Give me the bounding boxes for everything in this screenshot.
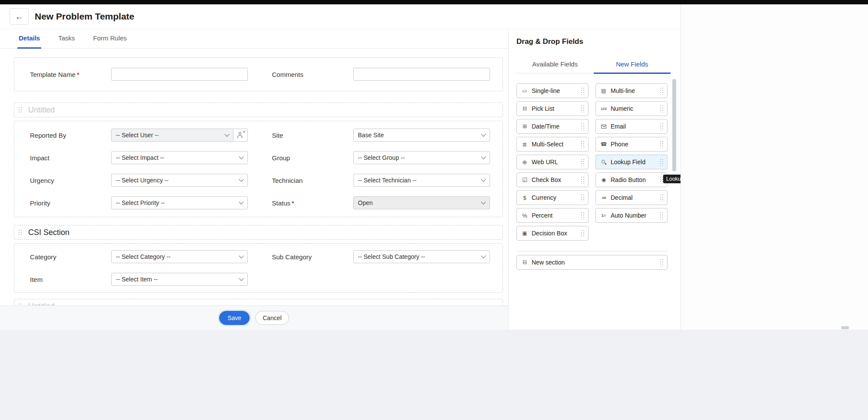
cancel-button[interactable]: Cancel bbox=[255, 311, 289, 325]
field-type-email[interactable]: Email bbox=[595, 119, 667, 134]
single-line-icon bbox=[521, 88, 529, 94]
field-type-check-box[interactable]: Check Box bbox=[516, 172, 589, 187]
group-select[interactable]: -- Select Group -- bbox=[353, 151, 490, 164]
impact-select[interactable]: -- Select Impact -- bbox=[111, 151, 248, 164]
drag-handle-icon[interactable] bbox=[18, 107, 23, 113]
site-field: Site Base Site bbox=[272, 129, 493, 142]
drag-handle-icon[interactable] bbox=[581, 176, 585, 184]
priority-field: Priority -- Select Priority -- bbox=[30, 196, 250, 209]
screen: New Problem Template Details Tasks Form … bbox=[0, 0, 868, 420]
site-select[interactable]: Base Site bbox=[353, 129, 490, 142]
section-header-untitled-2[interactable]: Untitled bbox=[14, 299, 503, 306]
item-field: Item -- Select Item -- bbox=[30, 273, 250, 286]
category-select[interactable]: -- Select Category -- bbox=[111, 250, 248, 263]
field-type-auto-number[interactable]: Auto Number bbox=[595, 208, 667, 223]
drag-handle-icon[interactable] bbox=[660, 259, 664, 266]
field-type-percent[interactable]: Percent bbox=[516, 208, 589, 223]
field-type-pick-list[interactable]: Pick List bbox=[516, 101, 589, 116]
drag-handle-icon[interactable] bbox=[581, 194, 585, 202]
item-select[interactable]: -- Select Item -- bbox=[111, 273, 248, 286]
form-canvas: Template Name* Comments bbox=[0, 49, 508, 306]
field-type-lookup-field[interactable]: Lookup Field bbox=[595, 155, 667, 169]
chevron-down-icon bbox=[481, 132, 486, 136]
tab-tasks[interactable]: Tasks bbox=[57, 29, 76, 49]
field-type-currency[interactable]: Currency bbox=[516, 190, 589, 205]
technician-field: Technician -- Select Technician -- bbox=[272, 174, 493, 187]
back-button[interactable] bbox=[10, 8, 29, 25]
percent-icon bbox=[521, 212, 529, 219]
tab-form-rules[interactable]: Form Rules bbox=[92, 29, 128, 49]
date-time-icon bbox=[521, 123, 529, 129]
field-type-multi-line[interactable]: Multi-line bbox=[595, 83, 667, 98]
technician-select[interactable]: -- Select Technician -- bbox=[353, 174, 490, 187]
tab-new-fields[interactable]: New Fields bbox=[594, 55, 671, 74]
field-type-multi-select[interactable]: Multi-Select bbox=[516, 137, 589, 152]
section-title: Untitled bbox=[28, 106, 55, 115]
field-label: Template Name* bbox=[30, 71, 111, 78]
drag-handle-icon[interactable] bbox=[581, 105, 585, 112]
chevron-down-icon bbox=[481, 199, 486, 204]
page-header: New Problem Template bbox=[0, 4, 681, 29]
sidebar-scrollbar[interactable] bbox=[672, 79, 676, 171]
status-select[interactable]: Open bbox=[353, 196, 490, 209]
checkbox-icon bbox=[521, 177, 529, 183]
field-type-decimal[interactable]: Decimal bbox=[595, 190, 667, 205]
field-type-date-time[interactable]: Date/Time bbox=[516, 119, 589, 134]
form-footer: Save Cancel bbox=[0, 305, 508, 330]
reported-by-field: Reported By -- Select User -- bbox=[30, 129, 250, 142]
save-button[interactable]: Save bbox=[219, 311, 250, 325]
section-header-untitled-1[interactable]: Untitled bbox=[14, 103, 503, 117]
new-section-button[interactable]: New section bbox=[516, 255, 667, 270]
section-header-csi[interactable]: CSI Section bbox=[14, 225, 503, 240]
field-label: Status* bbox=[272, 199, 353, 207]
drag-handle-icon[interactable] bbox=[660, 87, 664, 95]
section-title: CSI Section bbox=[28, 228, 69, 237]
drag-handle-icon[interactable] bbox=[581, 87, 585, 95]
web-url-icon bbox=[521, 159, 529, 165]
template-name-field: Template Name* bbox=[30, 68, 250, 81]
main-area: Details Tasks Form Rules Template Name* bbox=[0, 29, 681, 330]
tab-details[interactable]: Details bbox=[17, 29, 41, 49]
drag-handle-icon[interactable] bbox=[581, 123, 585, 130]
field-type-decision-box[interactable]: Decision Box bbox=[516, 226, 589, 241]
section-body-csi: Category -- Select Category -- Sub Categ bbox=[14, 243, 503, 293]
drag-handle-icon[interactable] bbox=[581, 230, 585, 237]
drag-handle-icon[interactable] bbox=[18, 229, 23, 235]
drag-handle-icon[interactable] bbox=[660, 194, 664, 202]
template-name-input[interactable] bbox=[111, 68, 248, 81]
header-fields-section: Template Name* Comments bbox=[14, 57, 503, 91]
priority-select[interactable]: -- Select Priority -- bbox=[111, 196, 248, 209]
field-type-numeric[interactable]: Numeric bbox=[595, 101, 667, 116]
drag-handle-icon[interactable] bbox=[581, 159, 585, 166]
field-type-single-line[interactable]: Single-line bbox=[516, 83, 589, 98]
field-label: Reported By bbox=[30, 132, 111, 139]
chevron-down-icon bbox=[239, 276, 243, 281]
reported-by-select[interactable]: -- Select User -- bbox=[111, 129, 233, 142]
form-builder-panel: Details Tasks Form Rules Template Name* bbox=[0, 29, 509, 330]
comments-field: Comments bbox=[272, 68, 493, 81]
decision-box-icon bbox=[521, 230, 529, 236]
urgency-select[interactable]: -- Select Urgency -- bbox=[111, 174, 248, 187]
horizontal-scrollbar[interactable] bbox=[841, 326, 849, 329]
drag-ghost-tooltip: Lookup bbox=[663, 175, 681, 183]
drag-handle-icon[interactable] bbox=[581, 212, 585, 219]
field-label: Priority bbox=[30, 199, 111, 207]
drag-handle-icon[interactable] bbox=[660, 212, 664, 219]
drag-handle-icon[interactable] bbox=[660, 159, 664, 166]
comments-input[interactable] bbox=[353, 68, 490, 81]
tab-available-fields[interactable]: Available Fields bbox=[516, 55, 594, 74]
field-label: Urgency bbox=[30, 177, 111, 184]
field-label: Category bbox=[30, 253, 111, 261]
drag-handle-icon[interactable] bbox=[660, 105, 664, 112]
field-type-radio-button[interactable]: Radio Button bbox=[595, 172, 667, 187]
drag-handle-icon[interactable] bbox=[660, 123, 664, 130]
lookup-icon bbox=[600, 159, 608, 165]
sub-category-select[interactable]: -- Select Sub Category -- bbox=[353, 250, 490, 263]
field-type-web-url[interactable]: Web URL bbox=[516, 155, 589, 169]
field-type-phone[interactable]: Phone bbox=[595, 137, 667, 152]
drag-handle-icon[interactable] bbox=[660, 141, 664, 148]
drag-handle-icon[interactable] bbox=[581, 141, 585, 148]
sidebar-tabs: Available Fields New Fields bbox=[516, 55, 671, 73]
add-user-button[interactable] bbox=[233, 129, 248, 142]
group-field: Group -- Select Group -- bbox=[272, 151, 493, 164]
